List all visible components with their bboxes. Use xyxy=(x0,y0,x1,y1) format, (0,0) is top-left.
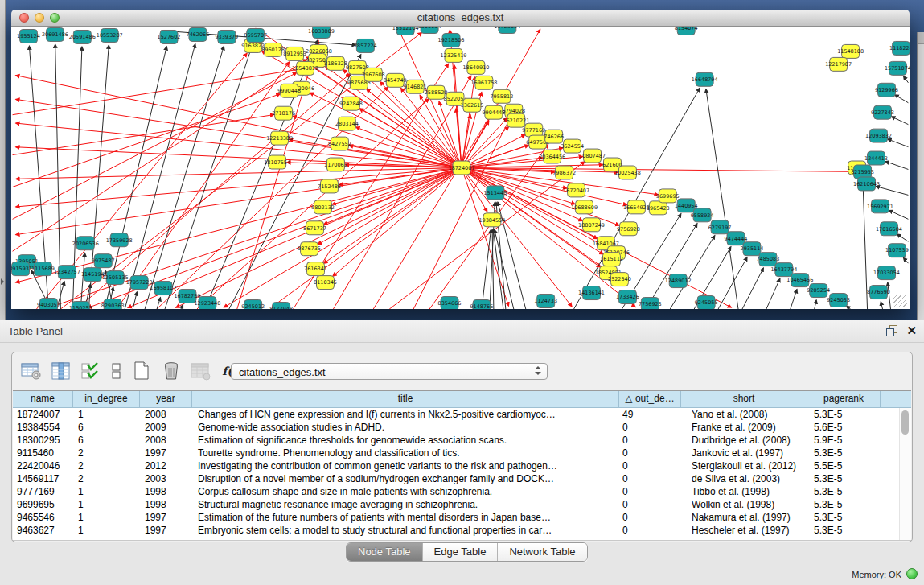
graph-edge[interactable] xyxy=(272,168,462,307)
graph-node[interactable]: 2522540 xyxy=(608,273,631,286)
graph-node[interactable]: 9403057 xyxy=(37,299,60,309)
graph-edge[interactable] xyxy=(646,224,697,309)
graph-edge[interactable] xyxy=(133,292,137,309)
graph-node[interactable]: 9245033 xyxy=(827,294,850,307)
graph-edge[interactable] xyxy=(224,168,462,307)
graph-node[interactable]: 1115689 xyxy=(31,262,55,276)
graph-node[interactable]: 8154074 xyxy=(675,27,698,35)
graph-edge[interactable] xyxy=(80,253,84,308)
graph-edge[interactable] xyxy=(742,268,763,309)
graph-edge[interactable] xyxy=(181,305,183,309)
graph-node[interactable]: 20691486 xyxy=(42,27,68,41)
zoom-window-button[interactable] xyxy=(50,13,60,23)
column-header[interactable]: year xyxy=(140,391,192,407)
graph-node[interactable]: 9558924 xyxy=(691,208,714,222)
graph-node[interactable]: 9148765 xyxy=(470,300,494,309)
select-rows-icon[interactable] xyxy=(80,361,101,381)
table-row[interactable]: 2242004622012Investigating the contribut… xyxy=(13,459,900,472)
graph-node[interactable]: 1965423 xyxy=(647,201,670,215)
graph-node[interactable]: 9245012 xyxy=(241,300,265,309)
graph-node[interactable]: 17359928 xyxy=(106,233,133,247)
graph-edge[interactable] xyxy=(15,168,462,283)
graph-node[interactable]: 9990448 xyxy=(277,84,301,97)
tab-edge-table[interactable]: Edge Table xyxy=(422,543,498,561)
graph-edge[interactable] xyxy=(205,40,318,309)
graph-node[interactable]: 7857224 xyxy=(354,39,377,52)
graph-edge[interactable] xyxy=(165,44,253,309)
graph-node[interactable]: 8290363 xyxy=(101,299,125,309)
table-row[interactable]: 946554611997Estimation of the future num… xyxy=(13,511,900,524)
graph-edge[interactable] xyxy=(903,257,908,263)
graph-node[interactable]: 9227343 xyxy=(871,105,894,119)
graph-node[interactable]: 18107554 xyxy=(264,155,290,169)
graph-node[interactable]: 20591486 xyxy=(69,30,96,43)
graph-node[interactable]: 3915931 xyxy=(11,262,32,276)
graph-node[interactable]: 15692971 xyxy=(867,200,893,213)
graph-node[interactable]: 1150253 xyxy=(69,302,92,309)
graph-node[interactable]: 8173948 xyxy=(269,303,293,309)
scrollbar-thumb[interactable] xyxy=(901,410,909,435)
graph-edge[interactable] xyxy=(903,76,908,83)
graph-node[interactable]: 1118224 xyxy=(889,41,910,55)
graph-node[interactable]: 16648794 xyxy=(692,72,718,86)
graph-node[interactable]: 16033809 xyxy=(308,27,335,38)
graph-node[interactable]: 17957223 xyxy=(126,276,153,290)
graph-node[interactable]: 1124733 xyxy=(534,295,557,308)
table-row[interactable]: 1830029562008Estimation of significance … xyxy=(13,434,900,447)
graph-node[interactable]: 10688609 xyxy=(571,200,598,214)
graph-node[interactable]: 11548108 xyxy=(837,44,864,58)
graph-node[interactable]: 1733426 xyxy=(616,290,639,304)
show-columns-icon[interactable] xyxy=(50,361,72,381)
column-header[interactable]: short xyxy=(681,391,807,407)
graph-node[interactable]: 746266 xyxy=(544,130,564,143)
graph-node[interactable]: 8110345 xyxy=(314,276,337,290)
graph-node[interactable]: 16654923 xyxy=(623,200,650,214)
graph-node[interactable]: 2718176 xyxy=(272,106,295,120)
graph-node[interactable]: 10807487 xyxy=(579,149,606,163)
table-scrollbar[interactable] xyxy=(899,408,911,540)
table-source-dropdown[interactable]: citations_edges.txt xyxy=(231,363,548,380)
table-row[interactable]: 1456911722003Disruption of a novel membe… xyxy=(13,472,900,485)
graph-node[interactable]: 1170061 xyxy=(324,158,347,171)
graph-node[interactable]: 8671737 xyxy=(303,221,326,235)
graph-node[interactable]: 1527602 xyxy=(158,30,181,43)
graph-node[interactable]: 14136141 xyxy=(578,286,605,300)
tab-node-table[interactable]: Node Table xyxy=(347,543,422,561)
table-row[interactable]: 946362711997Embryonic stem cells: a mode… xyxy=(13,524,900,537)
graph-edge[interactable] xyxy=(891,117,908,125)
graph-node[interactable]: 9777169 xyxy=(522,123,545,137)
graph-edge[interactable] xyxy=(373,105,496,309)
graph-node[interactable]: 16210643 xyxy=(853,177,880,191)
column-header[interactable]: name xyxy=(13,391,73,407)
graph-node[interactable]: 3624554 xyxy=(561,139,584,153)
table-row[interactable]: 977716911998Corpus callosum shape and si… xyxy=(13,485,900,498)
graph-edge[interactable] xyxy=(897,234,908,241)
memory-ok-indicator[interactable] xyxy=(906,568,918,579)
graph-node[interactable]: 7756923 xyxy=(639,298,662,309)
close-panel-icon[interactable]: ✕ xyxy=(906,323,917,338)
graph-node[interactable]: 18640910 xyxy=(462,60,489,74)
graph-node[interactable]: 8427552 xyxy=(328,137,351,150)
graph-edge[interactable] xyxy=(718,257,747,309)
column-header[interactable]: pagerank xyxy=(807,391,881,407)
graph-node[interactable]: 17033054 xyxy=(873,266,900,280)
graph-edge[interactable] xyxy=(128,168,462,308)
graph-edge[interactable] xyxy=(15,76,462,168)
table-row[interactable]: 969969511998Structural magnetic resonanc… xyxy=(13,498,900,511)
graph-node[interactable]: 7462066 xyxy=(187,27,210,41)
graph-node[interactable]: 15723694 xyxy=(494,27,520,33)
graph-node[interactable]: 18512104 xyxy=(392,27,419,35)
graph-edge[interactable] xyxy=(462,77,474,168)
graph-node[interactable]: 2803144 xyxy=(335,117,359,130)
graph-node[interactable]: 8776590 xyxy=(867,286,890,299)
column-header[interactable]: △ out_de… xyxy=(619,391,681,407)
graph-edge[interactable] xyxy=(885,161,909,169)
graph-node[interactable]: 8215953 xyxy=(851,165,874,179)
column-header[interactable]: in_degree xyxy=(73,391,140,407)
graph-node[interactable]: 10553287 xyxy=(97,28,123,42)
graph-node[interactable]: 1107539 xyxy=(885,244,909,257)
graph-node[interactable]: 16720407 xyxy=(563,183,589,197)
graph-node[interactable]: 9129966 xyxy=(875,83,898,97)
graph-node[interactable]: 8960128 xyxy=(261,43,285,56)
graph-node[interactable]: 8595707 xyxy=(244,28,267,42)
